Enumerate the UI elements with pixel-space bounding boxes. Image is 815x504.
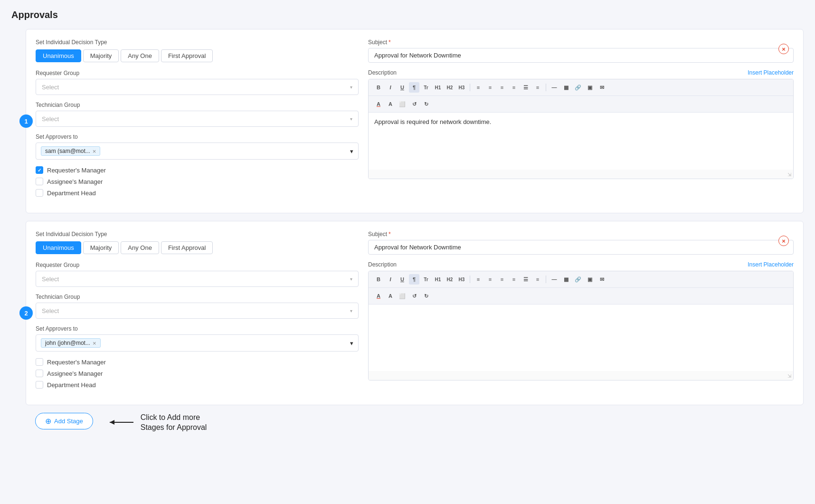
requester-group-select-2[interactable]: Select ▾ [36,271,359,287]
toolbar-image-2[interactable]: ▣ [585,274,595,285]
toolbar-h2-2[interactable]: H2 [445,274,455,285]
toolbar-align-justify-1[interactable]: ≡ [509,82,519,93]
insert-placeholder-1[interactable]: Insert Placeholder [748,69,794,76]
toolbar-undo-2[interactable]: ↺ [409,291,419,301]
toolbar-ul-1[interactable]: ☰ [521,82,531,93]
btn-unanimous-1[interactable]: Unanimous [36,49,81,62]
toolbar-h3-2[interactable]: H3 [456,274,467,285]
btn-firstapproval-2[interactable]: First Approval [161,241,213,254]
approvals-page: Approvals 1 Set Individual Decision Type… [0,0,815,442]
subject-input-1[interactable] [368,48,794,63]
toolbar-bold-1[interactable]: B [373,82,384,93]
toolbar-align-left-1[interactable]: ≡ [473,82,483,93]
toolbar-italic-1[interactable]: I [385,82,396,93]
set-approvers-select-2[interactable]: john (john@mot... × ▾ [36,334,359,352]
toolbar-mail-1[interactable]: ✉ [597,82,607,93]
requester-group-field-2: Requester Group Select ▾ [36,262,359,287]
checkbox-requester-manager-box-1[interactable] [36,166,43,174]
toolbar-align-center-2[interactable]: ≡ [485,274,495,285]
btn-anyone-2[interactable]: Any One [121,241,159,254]
toolbar-text-2[interactable]: Tr [421,274,431,285]
technician-group-placeholder-1: Select [42,115,59,123]
checkbox-dept-head-box-2[interactable] [36,381,43,389]
svg-marker-1 [110,420,114,425]
toolbar-underline-1[interactable]: U [397,82,408,93]
annotation-text: Click to Add moreStages for Approval [141,413,207,433]
checkbox-assignee-manager-box-2[interactable] [36,370,43,377]
editor-toolbar-1: B I U ¶ Tr H1 H2 H3 ≡ ≡ ≡ ≡ ☰ ≡ [369,79,793,96]
requester-group-select-1[interactable]: Select ▾ [36,79,359,95]
toolbar-h1-1[interactable]: H1 [433,82,443,93]
editor-resize-1[interactable]: ⇲ [369,170,793,179]
toolbar-underline-2[interactable]: U [397,274,408,285]
toolbar-hr-1[interactable]: — [549,82,559,93]
btn-majority-2[interactable]: Majority [83,241,119,254]
toolbar-sep-1b [546,84,546,91]
toolbar-highlight-2[interactable]: A [385,291,396,301]
toolbar-undo-1[interactable]: ↺ [409,99,419,109]
set-approvers-select-1[interactable]: sam (sam@mot... × ▾ [36,143,359,160]
insert-placeholder-2[interactable]: Insert Placeholder [748,261,794,268]
add-stage-label: Add Stage [54,418,83,425]
set-approvers-chevron-2: ▾ [350,340,353,347]
toolbar-ul-2[interactable]: ☰ [521,274,531,285]
add-stage-button[interactable]: ⊕ Add Stage [35,413,93,429]
editor-content-1[interactable]: Approval is required for network downtim… [369,113,793,170]
toolbar-font-color-1[interactable]: A [373,99,384,109]
editor-content-2[interactable] [369,304,793,371]
checkbox-assignee-manager-box-1[interactable] [36,178,43,185]
stage-number-2: 2 [19,306,33,320]
subject-input-2[interactable] [368,240,794,255]
toolbar-h1-2[interactable]: H1 [433,274,443,285]
toolbar-table-1[interactable]: ▦ [561,82,571,93]
toolbar-ol-2[interactable]: ≡ [532,274,543,285]
technician-group-label-2: Technician Group [36,294,359,300]
toolbar-image-1[interactable]: ▣ [585,82,595,93]
requester-group-chevron-1: ▾ [350,85,352,90]
decision-type-label-1: Set Individual Decision Type [36,39,359,46]
editor-toolbar-row2-2: A A ⬜ ↺ ↻ [369,288,793,304]
toolbar-redo-1[interactable]: ↻ [421,99,431,109]
btn-firstapproval-1[interactable]: First Approval [161,49,213,62]
checkbox-dept-head-box-1[interactable] [36,189,43,197]
toolbar-redo-2[interactable]: ↻ [421,291,431,301]
toolbar-link-2[interactable]: 🔗 [573,274,583,285]
set-approvers-field-2: Set Approvers to john (john@mot... × ▾ [36,325,359,352]
toolbar-align-right-1[interactable]: ≡ [497,82,507,93]
toolbar-hr-2[interactable]: — [549,274,559,285]
toolbar-align-right-2[interactable]: ≡ [497,274,507,285]
checkbox-assignee-manager-label-2: Assignee's Manager [47,370,103,377]
toolbar-fullscreen-2[interactable]: ⬜ [397,291,408,301]
toolbar-fullscreen-1[interactable]: ⬜ [397,99,408,109]
technician-group-select-2[interactable]: Select ▾ [36,303,359,319]
approver-tag-remove-2[interactable]: × [93,340,96,346]
btn-anyone-1[interactable]: Any One [121,49,159,62]
toolbar-para-2[interactable]: ¶ [409,274,419,285]
toolbar-italic-2[interactable]: I [385,274,396,285]
editor-box-1: B I U ¶ Tr H1 H2 H3 ≡ ≡ ≡ ≡ ☰ ≡ [368,79,794,179]
toolbar-highlight-1[interactable]: A [385,99,396,109]
toolbar-align-justify-2[interactable]: ≡ [509,274,519,285]
toolbar-h3-1[interactable]: H3 [456,82,467,93]
editor-text-1: Approval is required for network downtim… [374,118,491,125]
toolbar-table-2[interactable]: ▦ [561,274,571,285]
technician-group-select-1[interactable]: Select ▾ [36,111,359,127]
checkbox-requester-manager-box-2[interactable] [36,358,43,366]
btn-majority-1[interactable]: Majority [83,49,119,62]
toolbar-bold-2[interactable]: B [373,274,384,285]
toolbar-align-left-2[interactable]: ≡ [473,274,483,285]
toolbar-link-1[interactable]: 🔗 [573,82,583,93]
editor-resize-2[interactable]: ⇲ [369,371,793,380]
toolbar-ol-1[interactable]: ≡ [532,82,543,93]
set-approvers-field-1: Set Approvers to sam (sam@mot... × ▾ [36,133,359,160]
toolbar-h2-1[interactable]: H2 [445,82,455,93]
toolbar-text-1[interactable]: Tr [421,82,431,93]
toolbar-align-center-1[interactable]: ≡ [485,82,495,93]
toolbar-para-1[interactable]: ¶ [409,82,419,93]
toolbar-mail-2[interactable]: ✉ [597,274,607,285]
close-stage-1-button[interactable]: × [778,44,789,54]
btn-unanimous-2[interactable]: Unanimous [36,241,81,254]
close-stage-2-button[interactable]: × [778,236,789,246]
toolbar-font-color-2[interactable]: A [373,291,384,301]
approver-tag-remove-1[interactable]: × [93,148,96,154]
